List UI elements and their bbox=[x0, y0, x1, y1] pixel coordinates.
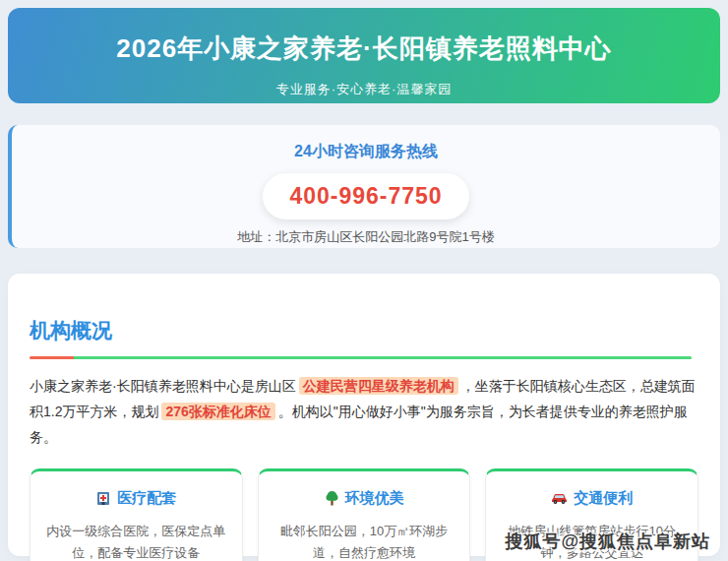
address-text: 地址：北京市房山区长阳公园北路9号院1号楼 bbox=[12, 228, 720, 246]
overview-paragraph: 小康之家养老·长阳镇养老照料中心是房山区公建民营四星级养老机构，坐落于长阳镇核心… bbox=[30, 374, 698, 451]
feature-title-medical: 医疗配套 bbox=[44, 489, 228, 508]
feature-card-medical: 医疗配套 内设一级综合医院，医保定点单位，配备专业医疗设备 bbox=[30, 468, 243, 561]
tree-icon bbox=[325, 490, 339, 506]
highlight-text: 公建民营四星级养老机构 bbox=[299, 377, 458, 395]
section-divider bbox=[30, 356, 692, 359]
hospital-icon bbox=[95, 490, 111, 506]
header-banner: 2026年小康之家养老·长阳镇养老照料中心 专业服务·安心养老·温馨家园 bbox=[8, 8, 720, 103]
hotline-heading: 24小时咨询服务热线 bbox=[12, 142, 720, 162]
feature-title-label: 医疗配套 bbox=[117, 489, 176, 508]
highlight-text: 276张标准化床位 bbox=[161, 403, 274, 420]
paragraph-segment: 小康之家养老·长阳镇养老照料中心是房山区 bbox=[30, 378, 296, 394]
feature-desc-environment: 毗邻长阳公园，10万㎡环湖步道，自然疗愈环境 bbox=[273, 521, 456, 561]
section-title: 机构概况 bbox=[30, 317, 698, 344]
feature-card-environment: 环境优美 毗邻长阳公园，10万㎡环湖步道，自然疗愈环境 bbox=[258, 468, 471, 561]
feature-desc-medical: 内设一级综合医院，医保定点单位，配备专业医疗设备 bbox=[44, 521, 228, 561]
hotline-box: 24小时咨询服务热线 400-996-7750 地址：北京市房山区长阳公园北路9… bbox=[8, 125, 720, 248]
phone-number-button[interactable]: 400-996-7750 bbox=[263, 173, 468, 219]
page-subtitle: 专业服务·安心养老·温馨家园 bbox=[8, 81, 720, 98]
page-title: 2026年小康之家养老·长阳镇养老照料中心 bbox=[8, 31, 720, 66]
page: 2026年小康之家养老·长阳镇养老照料中心 专业服务·安心养老·温馨家园 24小… bbox=[0, 0, 728, 561]
feature-title-environment: 环境优美 bbox=[273, 489, 456, 508]
feature-title-transport: 交通便利 bbox=[500, 489, 684, 508]
feature-title-label: 交通便利 bbox=[574, 489, 633, 508]
overview-card: 机构概况 小康之家养老·长阳镇养老照料中心是房山区公建民营四星级养老机构，坐落于… bbox=[8, 274, 720, 556]
watermark: 搜狐号@搜狐焦点阜新站 bbox=[505, 530, 710, 553]
car-icon bbox=[551, 491, 568, 505]
feature-title-label: 环境优美 bbox=[345, 489, 404, 508]
